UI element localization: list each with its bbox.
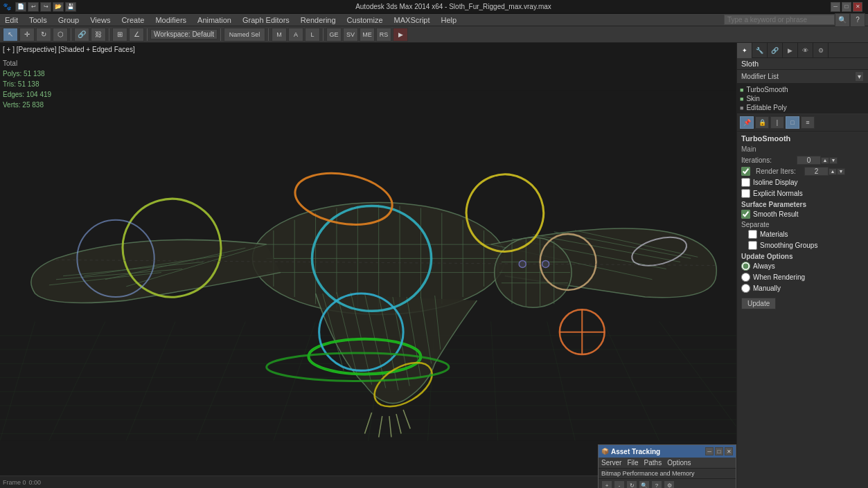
mirror-btn[interactable]: M (272, 28, 287, 42)
modifier-skin[interactable]: ■ Skin (737, 94, 868, 103)
at-settings-btn[interactable]: ⚙ (664, 480, 675, 488)
modifier-turbosm[interactable]: ■ TurboSmooth (737, 85, 868, 94)
mat-editor-btn[interactable]: ME (360, 28, 375, 42)
redo-btn[interactable]: ↪ (40, 2, 51, 12)
menu-views[interactable]: Views (88, 16, 112, 24)
render-btn[interactable]: ▶ (393, 28, 408, 42)
search-input[interactable] (724, 15, 835, 25)
undo-btn[interactable]: ↩ (28, 2, 39, 12)
rp-config-btn[interactable]: ≡ (801, 116, 815, 129)
snap-btn[interactable]: ⊞ (112, 28, 127, 42)
at-icon: 📦 (601, 448, 609, 455)
select-btn[interactable]: ↖ (3, 28, 18, 42)
save-btn[interactable]: 💾 (65, 2, 76, 12)
menu-help[interactable]: Help (439, 16, 459, 24)
toolbar-sep-2 (109, 28, 109, 41)
modifier-list-dropdown[interactable]: ▾ (855, 71, 864, 82)
layer-btn[interactable]: L (305, 28, 320, 42)
at-menu-server[interactable]: Server (601, 459, 621, 467)
menu-maxscript[interactable]: MAXScript (392, 16, 432, 24)
main-toolbar: ↖ ✛ ↻ ⬡ 🔗 ⛓ ⊞ ∠ Workspace: Default Named… (0, 26, 868, 43)
render-iters-down[interactable]: ▼ (837, 168, 845, 175)
schematic-btn[interactable]: SV (343, 28, 358, 42)
render-iters-input[interactable] (804, 167, 829, 176)
explicit-normals-check[interactable] (741, 189, 750, 198)
move-btn[interactable]: ✛ (19, 28, 35, 42)
rp-show-box-btn[interactable]: □ (786, 116, 799, 129)
angle-snap-btn[interactable]: ∠ (129, 28, 144, 42)
search-btn[interactable]: 🔍 (835, 13, 850, 27)
at-close-btn[interactable]: ✕ (725, 447, 733, 455)
scene-viewport (0, 43, 736, 488)
tab-utilities[interactable]: ⚙ (813, 43, 829, 58)
menu-tools[interactable]: Tools (27, 16, 49, 24)
tab-display[interactable]: 👁 (798, 43, 813, 58)
new-btn[interactable]: 📄 (15, 2, 26, 12)
help-btn[interactable]: ? (850, 13, 865, 27)
turbosm-params: TurboSmooth Main Iterations: ▲ ▼ Render … (737, 132, 868, 312)
render-iters-up[interactable]: ▲ (829, 168, 837, 175)
at-resize-btn[interactable]: □ (715, 447, 723, 455)
rp-pin-btn[interactable]: 📌 (740, 116, 754, 129)
at-menu-paths[interactable]: Paths (644, 459, 662, 467)
at-help-btn[interactable]: ? (651, 480, 662, 488)
materials-row: Materials (741, 230, 864, 239)
viewport-3d[interactable]: [ + ] [Perspective] [Shaded + Edged Face… (0, 43, 736, 488)
align-btn[interactable]: A (288, 28, 303, 42)
menu-rendering[interactable]: Rendering (299, 16, 338, 24)
render-iters-check[interactable] (741, 167, 750, 176)
modifier-name-1: TurboSmooth (746, 86, 788, 93)
tab-motion[interactable]: ▶ (783, 43, 798, 58)
tab-modify[interactable]: 🔧 (752, 43, 768, 58)
at-expand-btn[interactable]: + (601, 480, 612, 488)
rotate-btn[interactable]: ↻ (36, 28, 51, 42)
at-find-btn[interactable]: 🔍 (639, 480, 650, 488)
scale-btn[interactable]: ⬡ (53, 28, 68, 42)
update-button[interactable]: Update (741, 298, 776, 309)
iterations-down[interactable]: ▼ (829, 157, 838, 164)
menu-modifiers[interactable]: Modifiers (153, 16, 188, 24)
link-btn[interactable]: 🔗 (74, 28, 89, 42)
modifier-list-header: Modifier List ▾ (737, 70, 868, 84)
separate-label: Separate (741, 221, 864, 228)
tab-create[interactable]: ✦ (737, 43, 752, 58)
tab-hierarchy[interactable]: 🔗 (768, 43, 783, 58)
close-btn[interactable]: ✕ (853, 2, 862, 12)
menu-create[interactable]: Create (119, 16, 146, 24)
manually-label: Manually (753, 284, 781, 292)
unlink-btn[interactable]: ⛓ (91, 28, 106, 42)
smoothing-groups-check[interactable] (748, 241, 757, 250)
maximize-btn[interactable]: □ (842, 2, 851, 12)
at-menu-options[interactable]: Options (667, 459, 691, 467)
graph-ed-btn[interactable]: GE (326, 28, 342, 42)
toolbar-sep-3 (147, 28, 148, 41)
at-menu-file[interactable]: File (627, 459, 638, 467)
at-refresh-btn[interactable]: ↻ (626, 480, 637, 488)
materials-check[interactable] (748, 230, 757, 239)
menu-graph-editors[interactable]: Graph Editors (240, 16, 292, 24)
smooth-result-check[interactable] (741, 210, 750, 219)
named-sel-btn[interactable]: Named Sel (224, 28, 265, 42)
minimize-btn[interactable]: ─ (831, 2, 840, 12)
stats-polys: Polys: 51 138 (3, 69, 51, 79)
modifier-editable-poly[interactable]: ■ Editable Poly (737, 103, 868, 112)
workspace-dropdown[interactable]: Workspace: Default (150, 29, 218, 39)
menu-edit[interactable]: Edit (3, 16, 20, 24)
manually-radio[interactable] (741, 284, 750, 293)
iterations-up[interactable]: ▲ (821, 157, 829, 164)
when-rendering-radio[interactable] (741, 273, 750, 282)
iterations-input[interactable] (797, 156, 821, 165)
at-collapse-btn[interactable]: - (614, 480, 625, 488)
modifier-list: ■ TurboSmooth ■ Skin ■ Editable Poly (737, 84, 868, 114)
open-btn[interactable]: 📂 (53, 2, 64, 12)
isoline-check[interactable] (741, 178, 750, 187)
menu-customize[interactable]: Customize (345, 16, 385, 24)
rp-lock-btn[interactable]: 🔒 (755, 116, 769, 129)
render-setup-btn[interactable]: RS (376, 28, 391, 42)
menu-animation[interactable]: Animation (195, 16, 233, 24)
rp-show-end-btn[interactable]: | (770, 116, 784, 129)
at-minimize-btn[interactable]: ─ (705, 447, 714, 455)
iterations-label: Iterations: (741, 156, 797, 164)
always-radio[interactable] (741, 262, 750, 271)
menu-group[interactable]: Group (56, 16, 82, 24)
